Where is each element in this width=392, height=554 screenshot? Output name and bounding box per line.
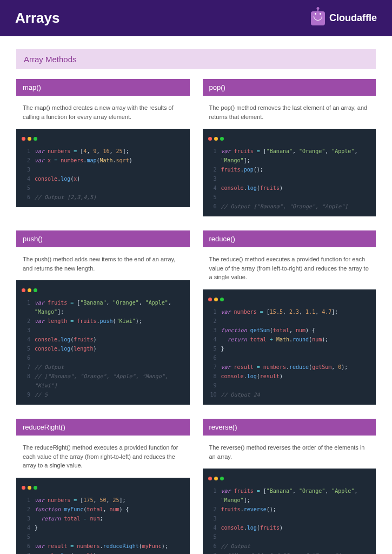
code-block: 1var numbers = [15.5, 2.3, 1.1, 4.7];23f… bbox=[203, 289, 376, 405]
window-dots bbox=[203, 472, 376, 486]
code-line: 4console.log(fruits) bbox=[16, 335, 190, 344]
method-card: map()The map() method creates a new arra… bbox=[16, 79, 190, 216]
code-line: 4console.log(x) bbox=[16, 174, 190, 183]
code-line: 2 bbox=[203, 316, 376, 326]
brand-logo: Cloudaffle bbox=[311, 11, 377, 25]
code-line: 3function getSum(total, num) { bbox=[203, 326, 376, 335]
code-line: 1var fruits = ["Banana", "Orange", "Appl… bbox=[203, 486, 376, 505]
code-line: 2function myFunc(total, num) { bbox=[16, 505, 190, 514]
method-card: push()The push() method adds new items t… bbox=[16, 230, 190, 405]
methods-grid: map()The map() method creates a new arra… bbox=[16, 79, 376, 554]
brand-name: Cloudaffle bbox=[329, 12, 377, 24]
method-description: The push() method adds new items to the … bbox=[16, 247, 190, 280]
code-line: 6var result = numbers.reduceRight(myFunc… bbox=[16, 542, 190, 551]
code-line: 5 bbox=[16, 532, 190, 542]
section-heading: Array Methods bbox=[16, 49, 376, 69]
method-description: The reduceRight() method executes a prov… bbox=[16, 436, 190, 478]
code-line: 2var x = numbers.map(Math.sqrt) bbox=[16, 156, 190, 165]
method-description: The reverse() method reverses the order … bbox=[203, 436, 376, 469]
code-line: 7 ["Mango","Apple","Orange","Banana"] bbox=[203, 551, 376, 554]
code-line: 3 bbox=[203, 514, 376, 523]
code-line: 2fruits.reverse(); bbox=[203, 505, 376, 514]
cloudaffle-icon bbox=[311, 11, 325, 25]
page-header: Arrays Cloudaffle bbox=[0, 0, 392, 36]
code-line: 6// Output [2,3,4,5] bbox=[16, 193, 190, 202]
code-line: 6// Output bbox=[203, 542, 376, 551]
code-line: 2fruits.pop(); bbox=[203, 165, 376, 174]
code-block: 1var numbers = [175, 50, 25];2function m… bbox=[16, 478, 190, 555]
code-line: 10// Output 24 bbox=[203, 390, 376, 399]
method-card: reduce()The reduce() method executes a p… bbox=[203, 230, 376, 405]
code-line: 3 bbox=[16, 165, 190, 174]
method-title: reduce() bbox=[203, 230, 376, 247]
method-card: reduceRight()The reduceRight() method ex… bbox=[16, 419, 190, 554]
code-line: 8// ["Banana", "Orange", "Apple", "Mango… bbox=[16, 372, 190, 390]
code-line: 1var numbers = [15.5, 2.3, 1.1, 4.7]; bbox=[203, 307, 376, 316]
code-block: 1var fruits = ["Banana", "Orange", "Appl… bbox=[16, 280, 190, 405]
code-block: 1var fruits = ["Banana", "Orange", "Appl… bbox=[203, 469, 376, 554]
code-line: 3 return total - num; bbox=[16, 514, 190, 523]
code-line: 1var fruits = ["Banana", "Orange", "Appl… bbox=[203, 147, 376, 165]
window-dots bbox=[16, 132, 190, 147]
method-title: pop() bbox=[203, 79, 376, 96]
code-line: 3 bbox=[203, 174, 376, 183]
code-line: 6 bbox=[16, 353, 190, 362]
method-card: reverse()The reverse() method reverses t… bbox=[203, 419, 376, 554]
method-title: reduceRight() bbox=[16, 419, 190, 436]
code-line: 5console.log(length) bbox=[16, 344, 190, 353]
method-title: reverse() bbox=[203, 419, 376, 436]
code-line: 2var length = fruits.push("Kiwi"); bbox=[16, 316, 190, 326]
method-title: map() bbox=[16, 79, 190, 96]
code-line: 4 return total + Math.round(num); bbox=[203, 335, 376, 344]
code-line: 1var numbers = [4, 9, 16, 25]; bbox=[16, 147, 190, 156]
code-line: 5 bbox=[203, 193, 376, 202]
code-line: 1var numbers = [175, 50, 25]; bbox=[16, 496, 190, 505]
code-block: 1var fruits = ["Banana", "Orange", "Appl… bbox=[203, 129, 376, 216]
page-title: Arrays bbox=[15, 10, 59, 27]
code-line: 5 bbox=[16, 183, 190, 193]
method-description: The map() method creates a new array wit… bbox=[16, 96, 190, 129]
code-line: 9 bbox=[203, 381, 376, 390]
code-line: 7var result = numbers.reduce(getSum, 0); bbox=[203, 362, 376, 372]
window-dots bbox=[203, 132, 376, 147]
code-line: 7// Output bbox=[16, 362, 190, 372]
window-dots bbox=[203, 293, 376, 307]
method-title: push() bbox=[16, 230, 190, 247]
code-line: 3 bbox=[16, 326, 190, 335]
code-line: 8console.log(result) bbox=[203, 372, 376, 381]
code-line: 5} bbox=[203, 344, 376, 353]
code-line: 6// Output ["Banana", "Orange", "Apple"] bbox=[203, 202, 376, 211]
code-line: 4console.log(fruits) bbox=[203, 183, 376, 193]
window-dots bbox=[16, 283, 190, 298]
code-line: 1var fruits = ["Banana", "Orange", "Appl… bbox=[16, 298, 190, 316]
code-line: 9// 5 bbox=[16, 390, 190, 399]
code-block: 1var numbers = [4, 9, 16, 25];2var x = n… bbox=[16, 129, 190, 207]
method-card: pop()The pop() method removes the last e… bbox=[203, 79, 376, 216]
code-line: 5 bbox=[203, 532, 376, 542]
code-line: 4} bbox=[16, 523, 190, 532]
window-dots bbox=[16, 481, 190, 496]
method-description: The reduce() method executes a provided … bbox=[203, 247, 376, 289]
code-line: 6 bbox=[203, 353, 376, 362]
method-description: The pop() method removes the last elemen… bbox=[203, 96, 376, 129]
code-line: 4console.log(fruits) bbox=[203, 523, 376, 532]
content: Array Methods map()The map() method crea… bbox=[0, 36, 392, 554]
code-line: 7console.log(result) bbox=[16, 551, 190, 555]
